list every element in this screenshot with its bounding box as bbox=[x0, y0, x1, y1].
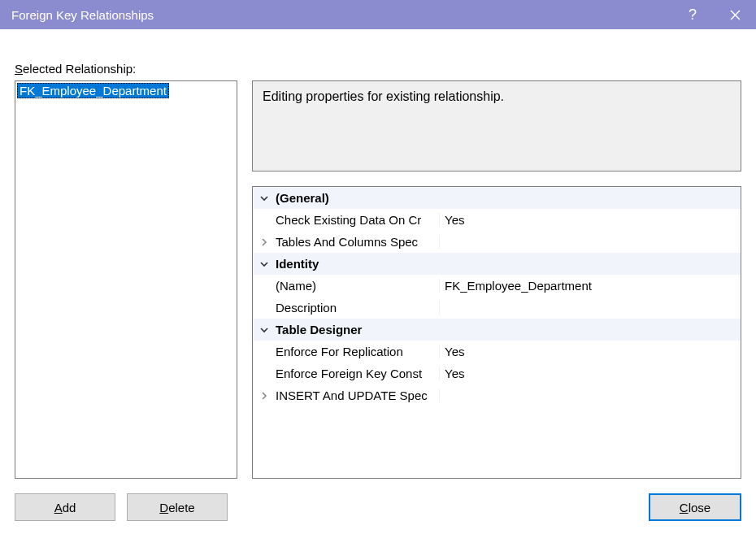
right-column: Editing properties for existing relation… bbox=[252, 80, 741, 521]
prop-label: Check Existing Data On Cr bbox=[276, 213, 440, 227]
list-buttons-row: Add Delete bbox=[15, 493, 237, 521]
prop-description[interactable]: Description bbox=[253, 297, 741, 319]
category-table-designer[interactable]: Table Designer bbox=[253, 319, 741, 341]
close-window-button[interactable] bbox=[714, 0, 756, 29]
relationship-item[interactable]: FK_Employee_Department bbox=[17, 83, 169, 98]
property-grid[interactable]: (General) Check Existing Data On Cr Yes … bbox=[252, 186, 741, 479]
delete-button[interactable]: Delete bbox=[127, 493, 228, 521]
prop-enforce-replication[interactable]: Enforce For Replication Yes bbox=[253, 341, 741, 362]
category-identity[interactable]: Identity bbox=[253, 253, 741, 275]
prop-insert-update[interactable]: INSERT And UPDATE Spec bbox=[253, 384, 741, 406]
main-row: FK_Employee_Department Add Delete Editin… bbox=[15, 80, 741, 521]
prop-label: (Name) bbox=[276, 279, 440, 293]
close-icon bbox=[730, 10, 741, 20]
chevron-right-icon bbox=[260, 392, 268, 400]
relationship-list[interactable]: FK_Employee_Department bbox=[15, 80, 237, 479]
prop-label: Enforce Foreign Key Const bbox=[276, 367, 440, 380]
prop-label: Enforce For Replication bbox=[276, 345, 440, 358]
expand-toggle[interactable] bbox=[253, 392, 276, 400]
prop-value[interactable]: Yes bbox=[440, 367, 741, 380]
expand-toggle[interactable] bbox=[253, 194, 276, 202]
chevron-down-icon bbox=[260, 260, 268, 268]
add-button[interactable]: Add bbox=[15, 493, 115, 521]
bottom-buttons: Close bbox=[252, 493, 741, 521]
chevron-right-icon bbox=[260, 238, 268, 246]
close-button[interactable]: Close bbox=[649, 493, 741, 521]
expand-toggle[interactable] bbox=[253, 238, 276, 246]
selected-relationship-label: Selected Relationship: bbox=[15, 62, 741, 76]
help-button[interactable]: ? bbox=[671, 0, 714, 29]
prop-value[interactable]: FK_Employee_Department bbox=[440, 279, 741, 293]
titlebar: Foreign Key Relationships ? bbox=[0, 0, 756, 29]
prop-tables-columns[interactable]: Tables And Columns Spec bbox=[253, 231, 741, 253]
dialog-content: Selected Relationship: FK_Employee_Depar… bbox=[0, 29, 756, 536]
prop-enforce-fk[interactable]: Enforce Foreign Key Const Yes bbox=[253, 362, 741, 384]
prop-check-existing[interactable]: Check Existing Data On Cr Yes bbox=[253, 209, 741, 231]
chevron-down-icon bbox=[260, 194, 268, 202]
left-column: FK_Employee_Department Add Delete bbox=[15, 80, 237, 521]
prop-name[interactable]: (Name) FK_Employee_Department bbox=[253, 275, 741, 297]
prop-label: INSERT And UPDATE Spec bbox=[276, 389, 440, 402]
expand-toggle[interactable] bbox=[253, 326, 276, 334]
chevron-down-icon bbox=[260, 326, 268, 334]
prop-value[interactable]: Yes bbox=[440, 213, 741, 227]
prop-value[interactable]: Yes bbox=[440, 345, 741, 358]
prop-label: Tables And Columns Spec bbox=[276, 235, 440, 249]
description-panel: Editing properties for existing relation… bbox=[252, 80, 741, 171]
category-general[interactable]: (General) bbox=[253, 187, 741, 209]
prop-label: Description bbox=[276, 301, 440, 315]
expand-toggle[interactable] bbox=[253, 260, 276, 268]
window-title: Foreign Key Relationships bbox=[11, 8, 671, 22]
